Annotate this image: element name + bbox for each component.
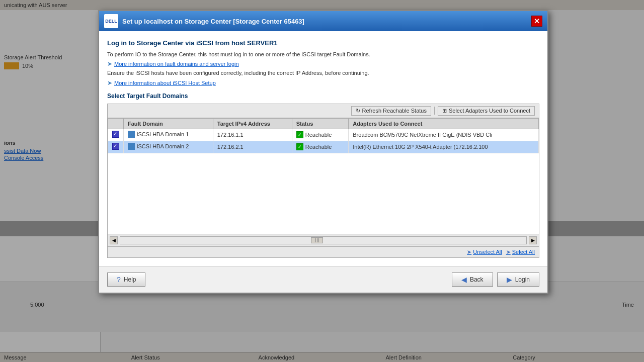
modal-dialog: DELL Set up localhost on Storage Center … [98,10,548,294]
table-container: ↻ Refresh Reachable Status ⊞ Select Adap… [107,104,539,258]
link-row-2: ➤ More information about iSCSI Host Setu… [107,79,539,86]
help-icon: ? [117,276,121,284]
iscsi-host-setup-link[interactable]: More information about iSCSI Host Setup [114,80,216,86]
scroll-thumb[interactable] [311,237,323,243]
modal-titlebar: DELL Set up localhost on Storage Center … [99,11,547,31]
modal-desc2: Ensure the iSCSI hosts have been configu… [107,69,539,77]
table-toolbar: ↻ Refresh Reachable Status ⊞ Select Adap… [108,104,539,118]
table-row[interactable]: iSCSI HBA Domain 2 172.16.2.1 ✓ Reachabl… [108,141,539,153]
scroll-grip-3 [318,238,319,242]
col-header-ipv4: Target IPv4 Address [213,118,292,129]
row1-domain-img [128,131,135,138]
row2-status: ✓ Reachable [292,141,349,153]
select-all-link[interactable]: ➤ Select All [506,249,535,255]
section-subtitle: Select Target Fault Domains [107,93,539,100]
modal-footer: ? Help ◀ Back ▶ Login [99,266,547,293]
row1-status: ✓ Reachable [292,129,349,141]
row2-status-cell: ✓ Reachable [296,143,345,150]
row1-ipv4: 172.16.1.1 [213,129,292,141]
dell-icon: DELL [104,14,118,28]
modal-title: Set up localhost on Storage Center [Stor… [122,18,304,25]
row2-domain-icon-container: iSCSI HBA Domain 2 [128,143,189,150]
login-button[interactable]: ▶ Login [497,273,539,287]
help-button[interactable]: ? Help [107,273,145,287]
back-icon: ◀ [461,276,467,284]
modal-desc1: To perform IO to the Storage Center, thi… [107,51,539,58]
scroll-left-arrow[interactable]: ◀ [110,236,118,244]
link-row-1: ➤ More information on fault domains and … [107,60,539,67]
link-arrow-2: ➤ [107,79,112,86]
link-arrow-1: ➤ [107,60,112,67]
modal-close-button[interactable]: ✕ [531,16,542,27]
scroll-track[interactable] [120,236,527,244]
fault-domain-table: Fault Domain Target IPv4 Address Status … [108,118,539,153]
col-header-fault-domain: Fault Domain [124,118,213,129]
scroll-right-arrow[interactable]: ▶ [529,236,537,244]
row1-checkbox-cell[interactable] [108,129,124,141]
row1-status-check: ✓ [296,131,303,138]
modal-content: Log in to Storage Center via iSCSI from … [99,31,547,266]
select-all-icon: ➤ [506,249,511,255]
row2-checkbox-cell[interactable] [108,141,124,153]
refresh-reachable-button[interactable]: ↻ Refresh Reachable Status [351,106,431,116]
row2-domain-img [128,143,135,150]
horizontal-scrollbar[interactable]: ◀ ▶ [108,234,539,246]
modal-main-title: Log in to Storage Center via iSCSI from … [107,39,539,47]
col-header-checkbox [108,118,124,129]
table-header-row: Fault Domain Target IPv4 Address Status … [108,118,539,129]
empty-rows-area [108,153,539,234]
row2-ipv4: 172.16.2.1 [213,141,292,153]
unselect-all-link[interactable]: ➤ Unselect All [467,249,502,255]
row1-domain-icon-container: iSCSI HBA Domain 1 [128,131,189,138]
footer-right-buttons: ◀ Back ▶ Login [452,273,539,287]
fault-domains-link[interactable]: More information on fault domains and se… [114,61,239,67]
row1-adapters: Broadcom BCM5709C NetXtreme II GigE (NDI… [349,129,539,141]
col-header-status: Status [292,118,349,129]
table-bottom-controls: ➤ Unselect All ➤ Select All [108,246,539,257]
select-adapters-button[interactable]: ⊞ Select Adapters Used to Connect [438,106,535,116]
row1-fault-domain: iSCSI HBA Domain 1 [124,129,213,141]
col-header-adapters: Adapters Used to Connect [349,118,539,129]
table-section: Select Target Fault Domains ↻ Refresh Re… [107,93,539,258]
login-icon: ▶ [507,276,512,284]
back-button[interactable]: ◀ Back [452,273,493,287]
modal-title-left: DELL Set up localhost on Storage Center … [104,14,304,28]
row1-status-cell: ✓ Reachable [296,131,345,138]
row2-adapters: Intel(R) Ethernet 10G 2P X540-t Adapter … [349,141,539,153]
adapters-icon: ⊞ [442,108,447,114]
scroll-grip-2 [317,238,317,242]
row2-checkbox-checked [112,143,119,150]
modal-header-section: Log in to Storage Center via iSCSI from … [107,39,539,86]
row2-status-check: ✓ [296,143,303,150]
refresh-icon: ↻ [356,108,360,114]
row2-fault-domain: iSCSI HBA Domain 2 [124,141,213,153]
scroll-grip-1 [315,238,316,242]
toolbar-separator [434,107,435,115]
table-row[interactable]: iSCSI HBA Domain 1 172.16.1.1 ✓ Reachabl… [108,129,539,141]
row1-checkbox-checked [112,131,119,138]
unselect-all-icon: ➤ [467,249,471,255]
